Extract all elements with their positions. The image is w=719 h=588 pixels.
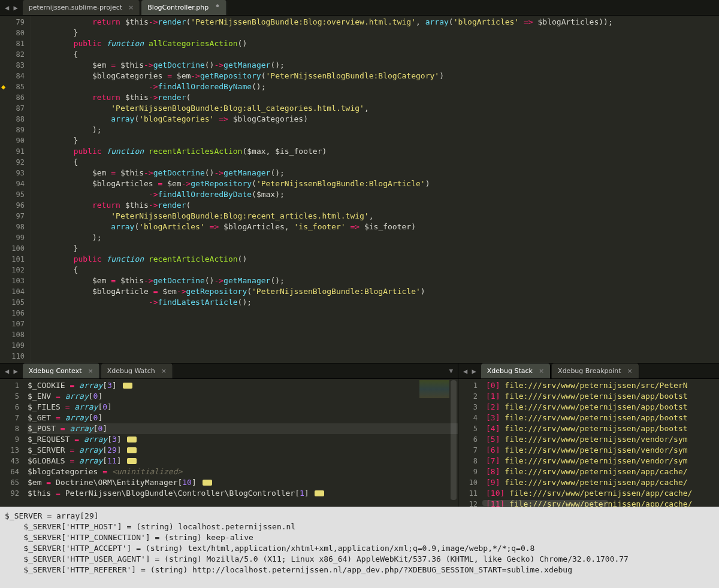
line-number[interactable]: 80	[0, 28, 25, 38]
code-line[interactable]: ->findAllOrderedByName();	[36, 81, 719, 92]
minimap[interactable]	[419, 380, 449, 398]
line-number[interactable]: 93	[0, 168, 25, 178]
code-line[interactable]: $em = $this->getDoctrine()->getManager()…	[36, 275, 719, 286]
stack-frame[interactable]: [10] file:///srv/www/peternijssen/app/ca…	[486, 488, 719, 499]
stack-frame[interactable]: [2] file:///srv/www/peternijssen/app/boo…	[486, 402, 719, 413]
nav-arrows-left[interactable]: ◀ ▶	[0, 363, 23, 378]
context-line[interactable]: $this = PeterNijssen\BlogBundle\Controll…	[28, 488, 458, 499]
code-line[interactable]: return $this->render(	[36, 92, 719, 103]
code-line[interactable]: {	[36, 265, 719, 275]
line-number[interactable]: 79	[0, 17, 25, 28]
code-line[interactable]: public function recentArticlesAction($ma…	[36, 146, 719, 157]
line-number[interactable]: 98	[0, 222, 25, 232]
code-line[interactable]: public function recentArticleAction()	[36, 254, 719, 265]
line-number[interactable]: 109	[0, 340, 25, 351]
close-icon[interactable]: ×	[627, 367, 633, 375]
xdebug-stack-body[interactable]: 123456789101112 [0] file:///srv/www/pete…	[458, 379, 719, 507]
close-icon[interactable]: ×	[539, 367, 544, 375]
code-line[interactable]: $blogArticles = $em->getRepository('Pete…	[36, 178, 719, 189]
tab-top_tabs-0[interactable]: peternijssen.sublime-project×	[23, 0, 141, 15]
nav-arrows[interactable]: ◀ ▶	[0, 0, 23, 15]
code-line[interactable]: $blogCategories = $em->getRepository('Pe…	[36, 71, 719, 81]
console-output[interactable]: $_SERVER = array[29] $_SERVER['HTTP_HOST…	[0, 507, 719, 588]
code-line[interactable]: public function allCategoriesAction()	[36, 38, 719, 49]
code-line[interactable]: $em = $this->getDoctrine()->getManager()…	[36, 168, 719, 178]
stack-frame[interactable]: [8] file:///srv/www/peternijssen/app/cac…	[486, 466, 719, 477]
tab-left_tabs-1[interactable]: Xdebug Watch×	[101, 363, 173, 378]
context-line[interactable]: $blogCategories = <uninitialized>	[28, 466, 458, 477]
panel-menu-icon[interactable]: ▼	[444, 363, 458, 378]
context-line[interactable]: $_ENV = array[0]	[28, 391, 458, 402]
editor-code[interactable]: return $this->render('PeterNijssenBlogBu…	[31, 16, 719, 363]
xdebug-context-body[interactable]: 1567891343646592 $_COOKIE = array[3] $_E…	[0, 379, 458, 507]
line-number[interactable]: 105	[0, 297, 25, 308]
code-line[interactable]: {	[36, 157, 719, 168]
code-line[interactable]: $blogArticle = $em->getRepository('Peter…	[36, 286, 719, 297]
scrollbar-vertical[interactable]	[451, 380, 457, 500]
line-number[interactable]: 96	[0, 200, 25, 211]
code-line[interactable]: 'PeterNijssenBlogBundle:Blog:all_categor…	[36, 103, 719, 114]
tab-right_tabs-0[interactable]: Xdebug Stack×	[481, 363, 551, 378]
line-number[interactable]: 95	[0, 189, 25, 200]
context-line[interactable]: $_REQUEST = array[3]	[28, 434, 458, 445]
line-number[interactable]: 92	[0, 157, 25, 168]
tab-left_tabs-0[interactable]: Xdebug Context×	[23, 363, 100, 378]
code-line[interactable]: $em = $this->getDoctrine()->getManager()…	[36, 60, 719, 71]
line-number[interactable]: 91	[0, 146, 25, 157]
line-number[interactable]: 110	[0, 351, 25, 362]
line-number[interactable]: 108	[0, 329, 25, 340]
line-number[interactable]: 97	[0, 211, 25, 222]
main-editor[interactable]: 798081828384◆858687888990919293949596979…	[0, 16, 719, 363]
line-number[interactable]: 106	[0, 308, 25, 319]
stack-frame[interactable]: [9] file:///srv/www/peternijssen/app/cac…	[486, 477, 719, 488]
stack-frame[interactable]: [4] file:///srv/www/peternijssen/app/boo…	[486, 423, 719, 434]
line-number[interactable]: 89	[0, 125, 25, 135]
line-number[interactable]: 88	[0, 114, 25, 125]
code-line[interactable]: array('blogArticles' => $blogArticles, '…	[36, 222, 719, 232]
line-number[interactable]: ◆85	[0, 81, 25, 92]
line-number[interactable]: 103	[0, 275, 25, 286]
stack-frame[interactable]: [3] file:///srv/www/peternijssen/app/boo…	[486, 413, 719, 423]
stack-frame[interactable]: [6] file:///srv/www/peternijssen/vendor/…	[486, 445, 719, 456]
context-line[interactable]: $_FILES = array[0]	[28, 402, 458, 413]
stack-frame[interactable]: [1] file:///srv/www/peternijssen/app/boo…	[486, 391, 719, 402]
line-number[interactable]: 104	[0, 286, 25, 297]
stack-frame[interactable]: [5] file:///srv/www/peternijssen/vendor/…	[486, 434, 719, 445]
context-code[interactable]: $_COOKIE = array[3] $_ENV = array[0]$_FI…	[24, 379, 458, 507]
code-line[interactable]: }	[36, 135, 719, 146]
code-line[interactable]: return $this->render('PeterNijssenBlogBu…	[36, 17, 719, 28]
line-number[interactable]: 84	[0, 71, 25, 81]
line-number[interactable]: 86	[0, 92, 25, 103]
close-icon[interactable]: ×	[88, 367, 93, 375]
code-line[interactable]: );	[36, 232, 719, 243]
code-line[interactable]: }	[36, 28, 719, 38]
code-line[interactable]: return $this->render(	[36, 200, 719, 211]
code-line[interactable]: {	[36, 49, 719, 60]
tab-top_tabs-1[interactable]: BlogController.php•	[141, 0, 226, 15]
stack-frame[interactable]: [0] file:///srv/www/peternijssen/src/Pet…	[486, 380, 719, 391]
code-line[interactable]: array('blogCategories' => $blogCategorie…	[36, 114, 719, 125]
nav-arrows-right[interactable]: ◀ ▶	[458, 363, 481, 378]
editor-gutter[interactable]: 798081828384◆858687888990919293949596979…	[0, 16, 31, 363]
code-line[interactable]: 'PeterNijssenBlogBundle:Blog:recent_arti…	[36, 211, 719, 222]
code-line[interactable]: }	[36, 243, 719, 254]
context-line[interactable]: $_COOKIE = array[3]	[28, 380, 458, 391]
line-number[interactable]: 107	[0, 319, 25, 329]
line-number[interactable]: 101	[0, 254, 25, 265]
breakpoint-icon[interactable]: ◆	[1, 81, 5, 92]
stack-code[interactable]: [0] file:///srv/www/peternijssen/src/Pet…	[482, 379, 719, 507]
line-number[interactable]: 102	[0, 265, 25, 275]
code-line[interactable]: ->findLatestArticle();	[36, 297, 719, 308]
line-number[interactable]: 94	[0, 178, 25, 189]
line-number[interactable]: 100	[0, 243, 25, 254]
line-number[interactable]: 83	[0, 60, 25, 71]
line-number[interactable]: 81	[0, 38, 25, 49]
close-icon[interactable]: ×	[128, 4, 134, 11]
tab-right_tabs-1[interactable]: Xdebug Breakpoint×	[552, 363, 639, 378]
context-line[interactable]: $_POST = array[0]	[28, 423, 458, 434]
context-line[interactable]: $_SERVER = array[29]	[28, 445, 458, 456]
context-line[interactable]: $_GET = array[0]	[28, 413, 458, 423]
line-number[interactable]: 99	[0, 232, 25, 243]
line-number[interactable]: 90	[0, 135, 25, 146]
scrollbar-horizontal[interactable]	[482, 500, 608, 506]
